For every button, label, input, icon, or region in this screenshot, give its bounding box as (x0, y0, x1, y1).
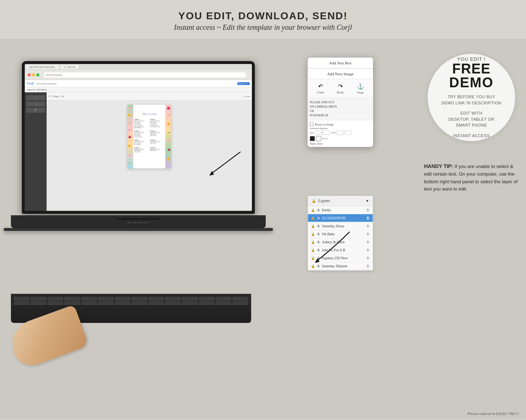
demo-instant-label: INSTANT ACCESS (453, 133, 490, 139)
key (115, 297, 131, 300)
key (131, 301, 147, 305)
layer-type-icon: A (317, 216, 320, 220)
table-4: TABLE 4 SAMANTHA JONESJOHN SMITHJASON OR… (150, 130, 165, 138)
add-new-image-button[interactable]: Add New Image (308, 68, 373, 79)
layer-name: Saturday Alous (322, 224, 365, 228)
layers-title: Layers (318, 198, 330, 204)
redo-button[interactable]: ↷ Redo (337, 83, 344, 94)
height-value: 97 (321, 131, 324, 134)
undo-button[interactable]: ↶ Undo (317, 83, 324, 94)
demo-device2-label: SMART PHONE (456, 122, 487, 128)
key (47, 297, 63, 300)
demo-try-label: TRY BEFORE YOU BUY (447, 94, 495, 100)
corjl-logo: Corjl (27, 82, 33, 85)
browser-tab: Tap to Pull up de Bride table... (26, 65, 59, 69)
handy-tip-title: HANDY TIP: (424, 163, 453, 169)
key (215, 301, 232, 305)
panel-tools: ↶ Undo ↷ Redo ⚓ Snap (308, 79, 373, 98)
key (148, 301, 164, 305)
key (98, 301, 114, 305)
sidebar-tool2: ◻ (26, 101, 45, 107)
floral-right: 🌺 🌸 🌼 🍃 🌸 🌺 🌼 (165, 105, 171, 168)
table-2: TABLE 2 SAMANTHA JONESJOHN SMITHJASON OR… (150, 119, 165, 129)
toolbar-fit: Fit (62, 95, 64, 97)
color-swatch-white[interactable] (316, 136, 321, 141)
layer-delete-icon[interactable]: 🗑 (366, 264, 370, 268)
layer-delete-icon[interactable]: 🗑 (366, 248, 370, 252)
snap-button[interactable]: ⚓ Snap (357, 83, 364, 94)
handy-tip-box: HANDY TIP: If you are unable to select &… (424, 163, 519, 193)
layer-delete-icon[interactable]: 🗑 (366, 256, 370, 260)
browser-chrome: corjl.com/templates (25, 70, 252, 80)
key (199, 301, 215, 305)
add-text-box-button[interactable]: Add Text Box (308, 57, 373, 68)
panel-preview: PLEASE JOIN US FON A BRIDAL BRUNCHIN HON… (308, 98, 373, 120)
top-banner: YOU EDIT, DOWNLOAD, SEND! Instant access… (0, 0, 526, 39)
demo-link-label: DEMO LINK IN DESCRIPTION (442, 100, 502, 106)
layer-item-active[interactable]: 🔒 A ALASDJHFOIS 🗑 (308, 214, 373, 222)
arrow-to-panel (204, 148, 251, 177)
layer-lock-icon: 🔒 (311, 224, 315, 228)
key (182, 297, 198, 300)
free-demo-circle: YOU EDIT ! FREE DEMO TRY BEFORE YOU BUY … (428, 54, 515, 141)
laptop-notch (116, 218, 160, 220)
close-dot (28, 73, 31, 76)
headline: YOU EDIT, DOWNLOAD, SEND! (7, 10, 519, 22)
layer-delete-icon[interactable]: 🗑 (366, 224, 370, 228)
key (165, 297, 181, 300)
sidebar-tool3: 🔍 (26, 108, 45, 113)
style-text: Style: Text (310, 142, 371, 145)
key (115, 301, 131, 305)
editor-toolbar: ↶ ↷ Page: 1 Fit 🛒 Orders (47, 92, 252, 100)
color-swatch[interactable] (310, 136, 315, 141)
layer-delete-icon[interactable]: 🗑 (366, 232, 370, 236)
layer-delete-icon[interactable]: 🗑 (366, 208, 370, 212)
toolbar-item2: ↷ (51, 95, 53, 97)
editor-sidebar: T ◻ 🔍 (25, 92, 47, 211)
key (232, 297, 248, 300)
key (14, 301, 30, 305)
width-value: 17 (343, 131, 345, 134)
width-input[interactable]: 17 (337, 131, 351, 135)
corjl-nav: Corjl HoorayPartyTemplates Free to S... (25, 80, 252, 87)
table-5: TABLE 5 SAMANTHA JONESJOHN SMITHJASON OR… (134, 139, 149, 146)
table-6: TABLE 6 SAMANTHA JONESJOHN SMITH (150, 139, 165, 146)
browser-tabs: Tap to Pull up de Bride table... C · cor… (25, 64, 252, 70)
layer-item-emily[interactable]: 🔒 A Emily 🗑 (308, 206, 373, 214)
small-icons: B I U (322, 137, 328, 140)
key (165, 301, 181, 305)
panel-options: Resize as Image Sizeband Regular Hgt: 97… (308, 120, 373, 147)
toolbar-zoom: Page: 1 (54, 95, 60, 97)
layer-lock-icon: 🔒 (311, 264, 315, 268)
size-inputs: Hgt: 97 Wdt: 17 (310, 131, 371, 135)
color-row: B I U (310, 136, 371, 141)
order-bar: Order Id: 1509758194 (25, 87, 252, 92)
arrow-to-layers (306, 228, 353, 265)
laptop-simulation: Tap to Pull up de Bride table... C · cor… (11, 61, 266, 345)
table-1: TABLE 1 SAMANTHA JONESJOHN SMITHJASON OR… (134, 119, 149, 129)
order-id: Order Id: 1509758194 (27, 89, 47, 91)
key (31, 301, 47, 305)
demo-devices-label: DESKTOP, TABLET OR (448, 116, 494, 123)
layer-delete-icon-active[interactable]: 🗑 (366, 216, 370, 220)
key (148, 297, 164, 300)
minimize-dot (32, 73, 35, 76)
height-input-group: Hgt: 97 (310, 131, 329, 135)
demo-edit-label: EDIT WITH (460, 110, 483, 116)
demo-free-label: FREE (452, 62, 490, 76)
layer-delete-icon[interactable]: 🗑 (366, 240, 370, 244)
key (98, 297, 114, 300)
key (47, 301, 63, 305)
footer-text: Please read ad in full for T&C's (467, 411, 519, 416)
table-7: TABLE 7 SAMANTHA JONESJOHN SMITHJASON OR… (134, 147, 149, 153)
height-input[interactable]: 97 (315, 131, 329, 135)
preview-text: PLEASE JOIN US FON A BRIDAL BRUNCHIN HON… (310, 100, 371, 118)
key (14, 297, 30, 300)
layers-chevron-icon[interactable]: ▼ (365, 199, 369, 203)
bottom-bar: 🔒 Layers A Emily ALASDJHFOIS A Saturday … (47, 210, 252, 211)
key (31, 297, 47, 300)
address-bar[interactable]: corjl.com/templates (44, 72, 246, 77)
demo-demo-label: DEMO (449, 76, 494, 89)
canvas-tables: TABLE 1 SAMANTHA JONESJOHN SMITHJASON OR… (134, 119, 165, 153)
resize-image-checkbox[interactable] (310, 123, 313, 126)
